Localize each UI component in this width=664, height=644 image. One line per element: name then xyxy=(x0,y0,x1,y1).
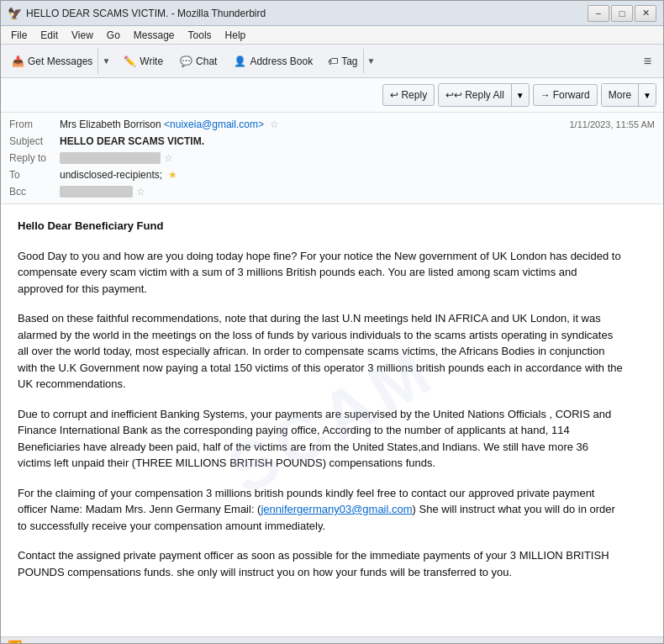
menu-view[interactable]: View xyxy=(65,28,100,43)
tag-label: Tag xyxy=(341,55,357,67)
reply-button[interactable]: ↩ Reply xyxy=(382,84,435,106)
address-book-label: Address Book xyxy=(250,55,313,67)
get-messages-dropdown[interactable]: ▼ xyxy=(97,49,113,74)
status-bar: 📶 xyxy=(1,636,663,644)
more-label: More xyxy=(609,89,631,101)
email-paragraph-3: Due to corrupt and inefficient Banking S… xyxy=(18,406,623,472)
chat-label: Chat xyxy=(196,55,217,67)
tag-icon: 🏷 xyxy=(328,55,338,67)
maximize-button[interactable]: □ xyxy=(611,5,633,22)
to-label: To xyxy=(9,169,60,181)
write-icon: ✏️ xyxy=(124,55,136,67)
reply-all-button[interactable]: ↩↩ Reply All xyxy=(439,84,511,106)
from-row: From Mrs Elizabeth Borrison <nuixeia@gma… xyxy=(9,116,655,133)
menu-message[interactable]: Message xyxy=(127,28,182,43)
more-dropdown[interactable]: ▼ xyxy=(638,84,656,106)
email-body: Hello Dear Beneficiary Fund Good Day to … xyxy=(18,218,623,580)
menu-file[interactable]: File xyxy=(4,28,34,43)
reply-to-row: Reply to ☆ xyxy=(9,150,655,166)
bcc-label: Bcc xyxy=(9,186,60,198)
tag-button[interactable]: 🏷 Tag xyxy=(323,49,362,74)
get-messages-label: Get Messages xyxy=(28,55,92,67)
email-action-toolbar: ↩ Reply ↩↩ Reply All ▼ → Forward More ▼ xyxy=(1,78,663,113)
close-button[interactable]: ✕ xyxy=(635,5,656,22)
address-book-icon: 👤 xyxy=(234,55,246,67)
forward-label: Forward xyxy=(553,89,590,101)
more-split[interactable]: More ▼ xyxy=(601,83,656,107)
menu-bar: File Edit View Go Message Tools Help xyxy=(1,26,663,45)
email-meta: From Mrs Elizabeth Borrison <nuixeia@gma… xyxy=(1,113,663,203)
email-header: ↩ Reply ↩↩ Reply All ▼ → Forward More ▼ … xyxy=(1,78,663,204)
write-label: Write xyxy=(140,55,163,67)
menu-edit[interactable]: Edit xyxy=(34,28,65,43)
menu-tools[interactable]: Tools xyxy=(182,28,219,43)
email-paragraph-2: Based on these faithful recommendations,… xyxy=(18,310,623,393)
from-label: From xyxy=(9,119,60,130)
from-name: Mrs Elizabeth Borrison xyxy=(60,119,161,130)
to-value: undisclosed-recipients; ★ xyxy=(60,169,655,181)
email-paragraph-5: Contact the assigned private payment off… xyxy=(18,547,623,580)
to-star[interactable]: ★ xyxy=(168,169,177,181)
more-button[interactable]: More xyxy=(602,84,638,106)
app-icon: 🦅 xyxy=(8,7,21,20)
bcc-star[interactable]: ☆ xyxy=(136,186,145,198)
from-star[interactable]: ☆ xyxy=(270,119,279,130)
menu-help[interactable]: Help xyxy=(219,28,253,43)
wifi-icon: 📶 xyxy=(8,640,22,645)
reply-all-dropdown[interactable]: ▼ xyxy=(511,84,529,106)
subject-row: Subject HELLO DEAR SCAMS VICTIM. xyxy=(9,133,655,150)
get-messages-button[interactable]: 📥 Get Messages xyxy=(7,49,97,74)
subject-label: Subject xyxy=(9,135,60,147)
main-toolbar: 📥 Get Messages ▼ ✏️ Write 💬 Chat 👤 Addre… xyxy=(1,45,663,78)
subject-value: HELLO DEAR SCAMS VICTIM. xyxy=(60,135,655,147)
chat-button[interactable]: 💬 Chat xyxy=(172,49,224,74)
address-book-button[interactable]: 👤 Address Book xyxy=(226,49,320,74)
reply-all-label: Reply All xyxy=(465,89,504,101)
reply-all-icon: ↩↩ xyxy=(445,89,462,101)
to-text: undisclosed-recipients; xyxy=(60,169,162,181)
email-paragraph-1: Good Day to you and how are you doing to… xyxy=(18,248,623,298)
bcc-value xyxy=(60,186,133,198)
menu-go[interactable]: Go xyxy=(100,28,127,43)
forward-button[interactable]: → Forward xyxy=(533,84,598,106)
write-button[interactable]: ✏️ Write xyxy=(116,49,171,74)
hamburger-menu[interactable]: ≡ xyxy=(637,50,658,72)
reply-to-value xyxy=(60,152,161,164)
minimize-button[interactable]: − xyxy=(588,5,609,22)
window-title: HELLO DEAR SCAMS VICTIM. - Mozilla Thund… xyxy=(26,8,588,19)
get-messages-split[interactable]: 📥 Get Messages ▼ xyxy=(6,48,114,75)
reply-to-star[interactable]: ☆ xyxy=(164,152,173,164)
from-value: Mrs Elizabeth Borrison <nuixeia@gmail.co… xyxy=(60,119,569,130)
email-body-wrapper[interactable]: SCAM Hello Dear Beneficiary Fund Good Da… xyxy=(1,204,663,636)
reply-all-split[interactable]: ↩↩ Reply All ▼ xyxy=(438,83,530,107)
window-controls: − □ ✕ xyxy=(588,5,656,22)
forward-icon: → xyxy=(540,89,551,101)
email-greeting: Hello Dear Beneficiary Fund xyxy=(18,218,623,235)
get-messages-icon: 📥 xyxy=(12,55,24,67)
chat-icon: 💬 xyxy=(180,55,192,67)
tag-dropdown[interactable]: ▼ xyxy=(363,49,379,74)
email-paragraph-4: For the claiming of your compensation 3 … xyxy=(18,485,623,535)
reply-label: Reply xyxy=(401,89,427,101)
reply-to-label: Reply to xyxy=(9,152,60,164)
from-email: <nuixeia@gmail.com> xyxy=(164,119,264,130)
bcc-row: Bcc ☆ xyxy=(9,183,655,200)
reply-icon: ↩ xyxy=(390,89,398,101)
email-date: 1/11/2023, 11:55 AM xyxy=(569,119,655,129)
tag-split[interactable]: 🏷 Tag ▼ xyxy=(322,48,379,75)
title-bar: 🦅 HELLO DEAR SCAMS VICTIM. - Mozilla Thu… xyxy=(1,1,663,26)
to-row: To undisclosed-recipients; ★ xyxy=(9,166,655,183)
email-link[interactable]: jennifergermany03@gmail.com xyxy=(261,503,412,515)
